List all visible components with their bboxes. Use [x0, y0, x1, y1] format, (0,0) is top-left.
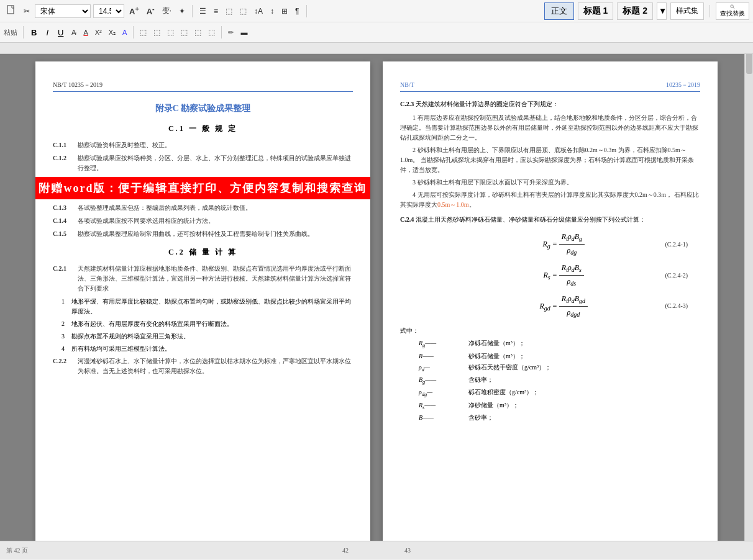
c2-4-num: C.2.4	[400, 216, 414, 223]
highlight-btn[interactable]: ✏	[226, 27, 236, 38]
underline-style-btn[interactable]: ▬	[238, 27, 250, 37]
formula3: Rgd = RtρdBgdρdgd (C.2.4-3)	[400, 293, 700, 320]
col-btn[interactable]: ⊞	[279, 6, 290, 17]
var1-desc: 净砾石储量（m³）；	[468, 338, 700, 350]
style-normal-btn[interactable]: 正文	[544, 2, 574, 20]
page-header-left: NB/T 10235－2019	[53, 80, 353, 92]
clause-c1-3: C.1.3 各试验整理成果应包括：整编后的成果列表，成果的统计数值。	[53, 203, 353, 213]
separator2	[306, 5, 307, 17]
clause-c1-2-num: C.1.2	[53, 153, 78, 173]
clause-c2-2-num: C.2.2	[53, 356, 78, 376]
page-right: NB/T 10235－2019 C.2.3 天然建筑材料储量计算边界的圈定应符合…	[383, 61, 718, 541]
decrease-font-btn[interactable]: A-	[144, 4, 157, 17]
item4-label: 4	[53, 344, 71, 354]
clause-c1-5-text: 勘察试验成果整理应绘制常用曲线，还可按材料特性及工程需要绘制专门性关系曲线。	[78, 229, 353, 239]
formula1-label: (C.2.4-1)	[665, 240, 688, 250]
align-l-btn[interactable]: ⬚	[137, 27, 149, 38]
clause-c1-2: C.1.2 勘察试验成果应按料场种类，分区、分层、水上、水下分别整理汇总，特殊项…	[53, 153, 353, 173]
find-replace-btn[interactable]: 查找替换	[716, 2, 749, 20]
formula3-label: (C.2.4-3)	[665, 301, 688, 311]
list-btn[interactable]: ☰	[197, 6, 209, 17]
outdent-btn[interactable]: ⬚	[206, 27, 217, 38]
align-r-btn[interactable]: ⬚	[165, 27, 176, 38]
item3: 3 勘探点布置不规则的料场宜采用三角形法。	[53, 332, 353, 341]
file-icon[interactable]	[4, 4, 19, 18]
right-item2: 2 砂砾料和土料有用层的上、下界限应以有用层顶、底板各扣除0.2m～0.3m 为…	[400, 145, 700, 175]
superscript-btn[interactable]: X²	[93, 27, 104, 37]
format-btn[interactable]: 变·	[160, 4, 174, 17]
item4: 4 所有料场均可采用三维模型计算法。	[53, 344, 353, 354]
item3-label: 3	[53, 332, 71, 341]
para-btn[interactable]: ¶	[293, 6, 301, 17]
font-size-select[interactable]: 14.5 12 16	[93, 4, 124, 18]
clause-c2-2-text: 河漫滩砂砾石水上、水下储量计算中，水位的选择宜以枯水期水位为标准，严寒地区宜以平…	[78, 356, 353, 376]
sep-row2	[23, 26, 24, 38]
item1-text: 地形平缓、有用层厚度比较稳定、勘探点布置均匀时，或勘察级别低、勘探点比较少的料场…	[71, 297, 353, 317]
formula2-label: (C.2.4-2)	[665, 271, 688, 281]
font-color-A-btn[interactable]: A	[120, 27, 129, 37]
clause-c1-4-num: C.1.4	[53, 216, 78, 226]
align-center-btn[interactable]: ⬚	[237, 6, 249, 17]
var1-name: Rg——	[419, 338, 468, 350]
var1: Rg—— 净砾石储量（m³）；	[419, 338, 700, 350]
clear-format-btn[interactable]: ✦	[176, 6, 188, 17]
clause-c2-1: C.2.1 天然建筑材料储量计算应根据地形地质条件、勘察级别、勘探点布置情况选用…	[53, 264, 353, 294]
formulas-block: Rg = RtρdBgρdg (C.2.4-1) Rs = RtρdBsρds …	[400, 231, 700, 320]
c2-4-para: C.2.4 混凝土用天然砂砾料净砾石储量、净砂储量和砾石分级储量应分别按下列公式…	[400, 215, 700, 225]
var4-desc: 含砾率；	[468, 375, 700, 386]
style-h1-btn[interactable]: 标题 1	[578, 2, 614, 20]
italic-btn[interactable]: I	[42, 27, 52, 38]
clause-c1-5: C.1.5 勘察试验成果整理应绘制常用曲线，还可按材料特性及工程需要绘制专门性关…	[53, 229, 353, 239]
color-btn[interactable]: A	[81, 27, 90, 37]
var6-desc: 净砂储量（m³）；	[468, 400, 700, 412]
clause-c1-3-text: 各试验整理成果应包括：整编后的成果列表，成果的统计数值。	[78, 203, 353, 213]
c2-3-text: 天然建筑材料储量计算边界的圈定应符合下列规定：	[416, 101, 559, 107]
cut-icon[interactable]: ✂	[21, 6, 32, 17]
item2-label: 2	[53, 319, 71, 329]
bold-btn[interactable]: B	[27, 27, 40, 38]
styles-collection-btn[interactable]: 样式集	[670, 2, 704, 20]
right-item3: 3 砂砾料和土料有用层下限应以水面以下可升采深度为界。	[400, 178, 700, 187]
align-j-btn[interactable]: ⬚	[178, 27, 190, 38]
clause-c1-1: C.1.1 勘察试验资料应及时整理、校正。	[53, 140, 353, 150]
c2-3-num: C.2.3	[400, 101, 414, 107]
vars-intro: 式中：	[400, 327, 419, 334]
item1-label: 1	[53, 297, 71, 317]
indent-btn[interactable]: ⬚	[192, 27, 204, 38]
item2: 2 地形有起伏、有用层厚度有变化的料场宜采用平行断面法。	[53, 319, 353, 329]
subscript-btn[interactable]: X₂	[106, 27, 118, 38]
toolbar-row2: 粘贴 B I U A̶ A X² X₂ A ⬚ ⬚ ⬚ ⬚ ⬚ ⬚ ✏ ▬	[0, 22, 753, 42]
var5: ρdg— 砾石堆积密度（g/cm³）；	[419, 387, 700, 399]
item3-text: 勘探点布置不规则的料场宜采用三角形法。	[71, 332, 189, 341]
page-left: NB/T 10235－2019 附录C 勘察试验成果整理 C.1 一 般 规 定…	[35, 61, 370, 541]
spacing-btn[interactable]: ↕	[268, 6, 276, 17]
header-left-text: NB/T 10235－2019	[53, 80, 103, 90]
clause-c1-4-text: 各项试验成果应按不同要求选用相应的统计方法。	[78, 216, 353, 226]
var7-name: B——	[419, 413, 468, 423]
align-c-btn[interactable]: ⬚	[151, 27, 163, 38]
var5-desc: 砾石堆积密度（g/cm³）；	[468, 387, 700, 399]
underline-btn[interactable]: U	[54, 27, 67, 38]
scrollbar[interactable]	[744, 43, 753, 541]
text-dir-btn[interactable]: ↕A	[252, 6, 265, 17]
formula1-expr: Rg = RtρdBgρdg	[542, 231, 585, 258]
formula2: Rs = RtρdBsρds (C.2.4-2)	[400, 262, 700, 289]
font-family-select[interactable]: 宋体 黑体 仿宋	[35, 4, 91, 18]
style-expand-btn[interactable]: ▼	[657, 2, 667, 20]
increase-font-btn[interactable]: A+	[127, 4, 142, 17]
status-text: 第 42 页	[6, 546, 28, 555]
right-item4-red: 0.5m～1.0m	[437, 201, 469, 208]
c2-3-para: C.2.3 天然建筑材料储量计算边界的圈定应符合下列规定：	[400, 99, 700, 109]
subsection-c2: C.2 储 量 计 算	[53, 246, 353, 258]
align-left-btn[interactable]: ⬚	[223, 6, 235, 17]
right-item1: 1 有用层边界应在勘探控制范围及试验成果基础上，结合地形地貌和地质条件，分区分层…	[400, 113, 700, 143]
svg-point-1	[731, 4, 733, 7]
var7-desc: 含砂率；	[468, 413, 700, 423]
pages-container: NB/T 10235－2019 附录C 勘察试验成果整理 C.1 一 般 规 定…	[0, 43, 753, 541]
var2-name: R——	[419, 351, 468, 361]
style-h2-btn[interactable]: 标题 2	[617, 2, 653, 20]
strikethrough-btn[interactable]: A̶	[69, 27, 79, 38]
separator3	[710, 5, 710, 17]
var3: ρd— 砂砾石天然干密度（g/cm³）；	[419, 363, 700, 374]
list2-btn[interactable]: ≡	[211, 6, 221, 17]
